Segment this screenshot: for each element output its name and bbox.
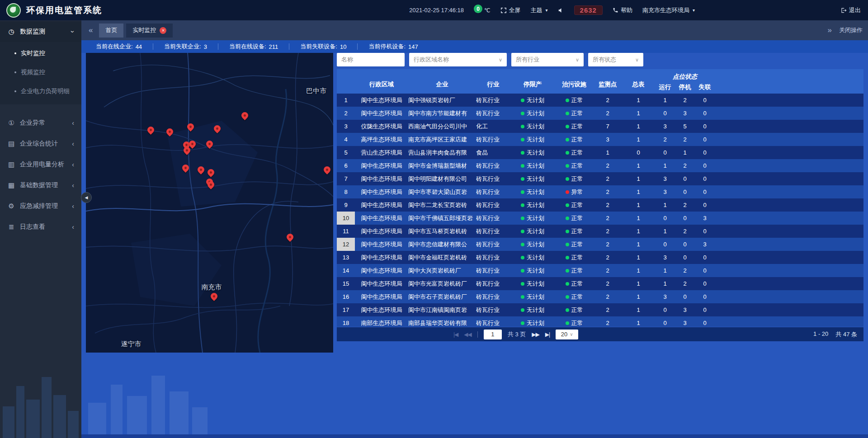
table-row[interactable]: 18南部生态环境局南部县瑞华页岩砖有限砖瓦行业无计划正常21030 [337, 316, 863, 327]
fullscreen-button[interactable]: 全屏 [500, 6, 521, 14]
first-page-button[interactable]: |◀ [453, 331, 458, 338]
status-dot-icon [521, 282, 524, 286]
status-filter-select[interactable]: 所有状态∨ [588, 53, 643, 66]
collapse-map-button[interactable]: ◀ [81, 192, 92, 203]
cell-spacer [715, 107, 863, 120]
table-row[interactable]: 2阆中生态环境局阆中市南方节能建材有砖瓦行业无计划正常21030 [337, 107, 863, 120]
next-page-button[interactable]: ▶▶ [532, 331, 539, 338]
last-page-button[interactable]: ▶| [545, 331, 550, 338]
tab-close-icon[interactable]: × [160, 27, 166, 34]
organization-dropdown[interactable]: 南充市生态环境局 ▾ [642, 6, 695, 14]
cell-pollution-facility: 异常 [555, 185, 594, 198]
sidebar-group-enterprise-abnormal[interactable]: ①企业异常‹ [0, 113, 81, 133]
bullet-icon [14, 52, 16, 54]
status-dot-icon [521, 164, 524, 168]
cell-industry: 食品 [476, 146, 510, 159]
cell-pollution-facility: 正常 [555, 107, 594, 120]
industry-filter-select[interactable]: 所有行业∨ [511, 53, 584, 66]
status-dot-icon [521, 256, 524, 259]
sidebar-group-log-view[interactable]: ≣日志查看‹ [0, 217, 81, 237]
region-filter-select[interactable]: 行政区域名称∨ [409, 53, 507, 66]
cell-monitor-points: 2 [594, 316, 622, 327]
sidebar-group-enterprise-statistics[interactable]: ▤企业综合统计‹ [0, 133, 81, 154]
chevron-down-icon: ▾ [546, 8, 548, 13]
table-row[interactable]: 11阆中生态环境局阆中市五马桥页岩机砖砖瓦行业无计划正常21120 [337, 225, 863, 238]
tabbar: « 首页实时监控× » 关闭操作 [81, 20, 868, 40]
fullscreen-icon [500, 7, 507, 14]
sidebar-group-data-monitoring[interactable]: ◷数据监测› [0, 21, 81, 42]
cell-index: 17 [337, 303, 355, 316]
sidebar-item-realtime-monitor[interactable]: 实时监控 [0, 44, 81, 63]
header-pollution-facility: 治污设施 [555, 69, 594, 94]
table-row[interactable]: 14阆中生态环境局阆中大兴页岩机砖厂砖瓦行业无计划正常21120 [337, 264, 863, 277]
app-title: 环保用电监管系统 [26, 5, 102, 16]
table-row[interactable]: 6阆中生态环境局阆中市金博瑞新型墙材砖瓦行业无计划正常21120 [337, 159, 863, 172]
cell-stopped: 2 [675, 277, 695, 290]
header-limit-production: 停限产 [510, 69, 555, 94]
tabs-container: 首页实时监控× [99, 24, 173, 38]
logout-icon [840, 7, 847, 14]
table-row[interactable]: 4高坪生态环境局南充市高坪区王家店建砖瓦行业无计划正常31220 [337, 133, 863, 146]
table-row[interactable]: 7阆中生态环境局阆中明阳建材有限公司砖瓦行业无计划正常21300 [337, 172, 863, 185]
speaker-button[interactable] [558, 7, 564, 14]
sidebar-group-power-usage-analysis[interactable]: ▥企业用电量分析‹ [0, 154, 81, 175]
status-dot-icon [521, 308, 524, 312]
table-row[interactable]: 16阆中生态环境局阆中市石子页岩机砖厂砖瓦行业无计划正常21300 [337, 290, 863, 303]
prev-page-button[interactable]: ◀◀ [464, 331, 471, 338]
cell-index: 13 [337, 251, 355, 264]
cell-monitor-points: 2 [594, 159, 622, 172]
cell-index: 3 [337, 120, 355, 133]
cell-pollution-facility: 正常 [555, 212, 594, 225]
topbar: 环保用电监管系统 2021-02-25 17:46:18 0 ℃ 全屏 主题 ▾… [0, 0, 868, 20]
cell-total-meter: 1 [622, 277, 655, 290]
sidebar-item-power-load-detail[interactable]: 企业电力负荷明细 [0, 82, 81, 101]
table-row[interactable]: 8阆中生态环境局阆中市枣碧大梁山页岩砖瓦行业无计划异常21300 [337, 185, 863, 198]
scroll-tabs-right-button[interactable]: » [826, 26, 834, 35]
sidebar-group-emergency-reduction[interactable]: ⚙应急减排管理‹ [0, 196, 81, 217]
sidebar-item-video-monitor[interactable]: 视频监控 [0, 63, 81, 82]
tab-home[interactable]: 首页 [99, 24, 123, 38]
cell-total-meter: 1 [622, 133, 655, 146]
table-row[interactable]: 17阆中生态环境局阆中市江南镇阆南页岩砖瓦行业无计划正常21030 [337, 303, 863, 316]
sidebar-group-base-data-management[interactable]: ▦基础数据管理‹ [0, 175, 81, 196]
cell-spacer [715, 316, 863, 327]
cell-total-meter: 1 [622, 107, 655, 120]
page-size-select[interactable]: 20∨ [556, 330, 578, 339]
cell-monitor-points: 2 [594, 172, 622, 185]
table-row[interactable]: 1阆中生态环境局阆中强锐页岩砖厂砖瓦行业无计划正常21120 [337, 94, 863, 107]
cell-limit-production: 无计划 [510, 159, 555, 172]
cell-limit-production: 无计划 [510, 94, 555, 107]
status-dot-icon [566, 243, 569, 246]
cell-region: 阆中生态环境局 [355, 277, 408, 290]
page-number-input[interactable]: 1 [484, 330, 502, 339]
close-operations-button[interactable]: 关闭操作 [839, 26, 863, 34]
cell-stopped: 2 [675, 133, 695, 146]
name-filter-input[interactable]: 名称 [337, 53, 405, 66]
table-row[interactable]: 15阆中生态环境局阆中市光富页岩机砖厂砖瓦行业无计划正常21120 [337, 277, 863, 290]
header-point-status-group: 点位状态 运行 停机 失联 [655, 69, 715, 94]
table-row[interactable]: 5营山生态环境局营山县润丰肉食品有限食品无计划正常10010 [337, 146, 863, 159]
table-row[interactable]: 10阆中生态环境局阆中市千佛镇五郎垭页岩砖瓦行业无计划正常21003 [337, 212, 863, 225]
map-panel[interactable]: 巴中市南充市遂宁市 [86, 53, 333, 353]
status-dot-icon [566, 99, 569, 102]
cell-company: 阆中市光富页岩机砖厂 [408, 277, 476, 290]
cell-total-meter: 1 [622, 316, 655, 327]
tab-realtime-monitor[interactable]: 实时监控× [126, 24, 173, 38]
cell-company: 西南油气田分公司川中 [408, 120, 476, 133]
cell-limit-production: 无计划 [510, 107, 555, 120]
logout-button[interactable]: 退出 [840, 6, 861, 14]
status-dot-icon [521, 217, 524, 220]
table-row[interactable]: 3仪陇生态环境局西南油气田分公司川中化工无计划正常71350 [337, 120, 863, 133]
cell-lost: 0 [695, 107, 715, 120]
scroll-tabs-left-button[interactable]: « [87, 26, 94, 35]
cell-index: 15 [337, 277, 355, 290]
cell-running: 1 [655, 225, 675, 238]
table-row[interactable]: 9阆中生态环境局阆中市二龙长宝页岩砖砖瓦行业无计划正常21120 [337, 198, 863, 212]
theme-dropdown[interactable]: 主题 ▾ [531, 6, 548, 14]
table-row[interactable]: 12阆中生态环境局阆中市忠信建材有限公砖瓦行业无计划正常21003 [337, 238, 863, 251]
alert-count-badge[interactable]: 2632 [574, 5, 603, 15]
cell-index: 11 [337, 225, 355, 238]
help-button[interactable]: 帮助 [613, 6, 632, 14]
cell-spacer [715, 264, 863, 277]
table-row[interactable]: 13阆中生态环境局阆中市金福旺页岩机砖砖瓦行业无计划正常21300 [337, 251, 863, 264]
